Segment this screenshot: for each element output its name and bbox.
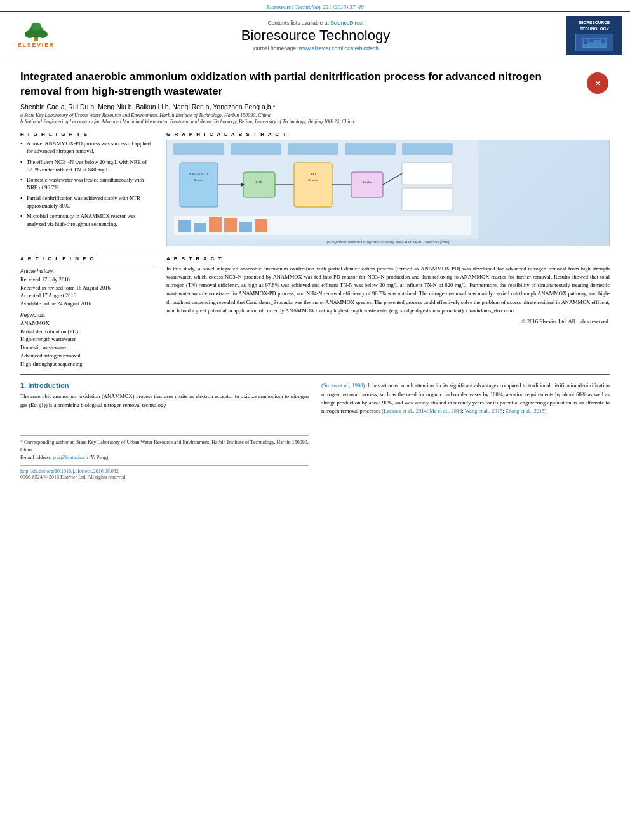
article-info-col: A R T I C L E I N F O Article history: R…: [20, 256, 154, 368]
article-info-label: A R T I C L E I N F O: [20, 256, 154, 262]
intro-heading: 1. Introduction: [20, 382, 309, 389]
svg-text:Reactor: Reactor: [194, 178, 204, 182]
intro-left-text: The anaerobic ammonium oxidation (ANAMMO…: [20, 392, 309, 409]
svg-rect-10: [588, 42, 594, 48]
keyword-1: ANAMMOX: [20, 319, 154, 328]
intro-right: (Strous et al., 1998). It has attracted …: [321, 382, 610, 479]
corresponding-footnote: * Corresponding author at: State Key Lab…: [20, 439, 309, 454]
divider-2: [20, 251, 610, 251]
highlight-item-1: • A novel ANAMMOX-PD process was success…: [20, 140, 154, 156]
svg-rect-37: [178, 220, 191, 232]
keyword-4: Domestic wastewater: [20, 343, 154, 352]
journal-ref-line: Bioresource Technology 221 (2016) 37–46: [0, 0, 630, 11]
journal-center: Contents lists available at ScienceDirec…: [65, 20, 566, 51]
svg-rect-18: [402, 143, 453, 155]
svg-rect-15: [231, 143, 281, 155]
page-main: Integrated anaerobic ammonium oxidizatio…: [0, 58, 630, 486]
affiliation-a: a State Key Laboratory of Urban Water Re…: [20, 112, 610, 118]
svg-text:ANAMMOX: ANAMMOX: [189, 172, 210, 176]
svg-rect-40: [224, 218, 237, 232]
graphical-abstract-image: ANAMMOX Reactor LBR PD Reactor Settler: [166, 140, 610, 246]
email-footnote: E-mail address: pyz@bjut.edu.cn (Y. Peng…: [20, 454, 309, 462]
journal-main-title: Bioresource Technology: [65, 27, 566, 44]
svg-rect-41: [239, 222, 252, 232]
highlights-graphical-row: H I G H L I G H T S • A novel ANAMMOX-PD…: [20, 131, 610, 246]
highlights-section: H I G H L I G H T S • A novel ANAMMOX-PD…: [20, 131, 154, 246]
svg-rect-24: [294, 163, 332, 207]
journal-header: Bioresource Technology 221 (2016) 37–46 …: [0, 0, 630, 58]
graphical-abstract-caption: [Graphical abstract diagram showing ANAM…: [167, 239, 609, 244]
affiliation-b: b National Engineering Laboratory for Ad…: [20, 119, 610, 124]
history-available: Available online 24 August 2016: [20, 300, 154, 308]
abstract-copyright: © 2016 Elsevier Ltd. All rights reserved…: [166, 318, 610, 324]
highlight-item-3: • Domestic wastewater was treated simult…: [20, 176, 154, 192]
svg-rect-16: [288, 143, 338, 155]
abstract-label: A B S T R A C T: [166, 256, 610, 262]
keyword-2: Partial denitrification (PD): [20, 328, 154, 336]
keywords-label: Keywords:: [20, 312, 154, 318]
strous-ref[interactable]: (Strous et al., 1998): [321, 382, 365, 389]
svg-rect-14: [173, 143, 224, 155]
introduction-section: 1. Introduction The anaerobic ammonium o…: [20, 382, 610, 479]
doi-link[interactable]: http://dx.doi.org/10.1016/j.biortech.201…: [20, 469, 309, 474]
graphical-abstract-label: G R A P H I C A L A B S T R A C T: [166, 131, 610, 137]
svg-rect-11: [594, 40, 601, 48]
svg-text:LBR: LBR: [255, 180, 263, 184]
page-bottom: http://dx.doi.org/10.1016/j.biortech.201…: [20, 465, 309, 480]
homepage-url[interactable]: www.elsevier.com/locate/biortech: [299, 45, 379, 51]
history-label: Article history:: [20, 268, 154, 274]
info-divider: [20, 265, 154, 265]
keyword-3: High-strength wastewater: [20, 335, 154, 343]
highlights-label: H I G H L I G H T S: [20, 131, 154, 137]
svg-text:Reactor: Reactor: [308, 178, 318, 182]
svg-rect-17: [345, 143, 396, 155]
highlights-list: • A novel ANAMMOX-PD process was success…: [20, 140, 154, 228]
article-title-row: Integrated anaerobic ammonium oxidizatio…: [20, 70, 610, 99]
elsevier-text: ELSEVIER: [18, 42, 55, 48]
sciencedirect-link[interactable]: ScienceDirect: [330, 20, 363, 26]
history-received: Received 17 July 2016: [20, 276, 154, 284]
journal-logo-mini-img: [575, 34, 613, 51]
article-title-text: Integrated anaerobic ammonium oxidizatio…: [20, 70, 586, 99]
such-word: such: [380, 391, 390, 397]
history-accepted: Accepted 17 August 2016: [20, 291, 154, 300]
issn-text: 0960-8524/© 2016 Elsevier Ltd. All right…: [20, 474, 309, 480]
lackner-ref[interactable]: Lackner et al., 2014: [384, 408, 427, 414]
svg-rect-27: [351, 172, 383, 197]
wang-ref[interactable]: Wang et al., 2015: [465, 408, 503, 414]
journal-ref-text: Bioresource Technology 221 (2016) 37–46: [266, 4, 363, 10]
crossmark-label: ✕: [595, 80, 600, 87]
svg-rect-29: [402, 163, 453, 185]
svg-point-2: [25, 30, 35, 38]
candidatus-text: Candidatus_Brocadia: [466, 307, 514, 314]
svg-text:Settler: Settler: [362, 180, 372, 184]
svg-rect-22: [243, 172, 275, 197]
highlight-item-4: • Partial denitrification was achieved s…: [20, 194, 154, 210]
elsevier-tree-icon: [17, 23, 55, 42]
info-abstract-row: A R T I C L E I N F O Article history: R…: [20, 256, 610, 368]
divider-1: [20, 128, 610, 128]
email-link[interactable]: pyz@bjut.edu.cn: [53, 455, 88, 460]
svg-text:PD: PD: [311, 172, 316, 176]
highlight-item-2: • The effluent NO3⁻-N was below 20 mg/L …: [20, 158, 154, 174]
svg-rect-30: [402, 188, 453, 210]
contents-line: Contents lists available at ScienceDirec…: [65, 20, 566, 26]
svg-rect-38: [194, 223, 206, 232]
footnote-area: * Corresponding author at: State Key Lab…: [20, 435, 309, 462]
intro-right-text: (Strous et al., 1998). It has attracted …: [321, 382, 610, 415]
ma-ref[interactable]: Ma et al., 2016: [429, 408, 462, 414]
svg-rect-9: [583, 44, 588, 48]
authors-line: Shenbin Cao a, Rui Du b, Meng Niu b, Bai…: [20, 103, 610, 110]
journal-top-bar: ELSEVIER Contents lists available at Sci…: [0, 12, 630, 58]
zhang-ref[interactable]: Zhang et al., 2015: [506, 408, 545, 414]
graphical-abstract-section: G R A P H I C A L A B S T R A C T ANAMMO…: [166, 131, 610, 246]
journal-mini-icon: [582, 36, 607, 50]
highlight-item-5: • Microbial community in ANAMMOX reactor…: [20, 212, 154, 228]
svg-rect-12: [601, 43, 606, 48]
crossmark-badge[interactable]: ✕: [586, 71, 610, 95]
elsevier-logo: ELSEVIER: [8, 23, 65, 48]
graphical-abstract-svg: ANAMMOX Reactor LBR PD Reactor Settler: [167, 140, 478, 239]
svg-point-3: [37, 30, 48, 38]
divider-3: [20, 374, 610, 375]
intro-left: 1. Introduction The anaerobic ammonium o…: [20, 382, 309, 479]
